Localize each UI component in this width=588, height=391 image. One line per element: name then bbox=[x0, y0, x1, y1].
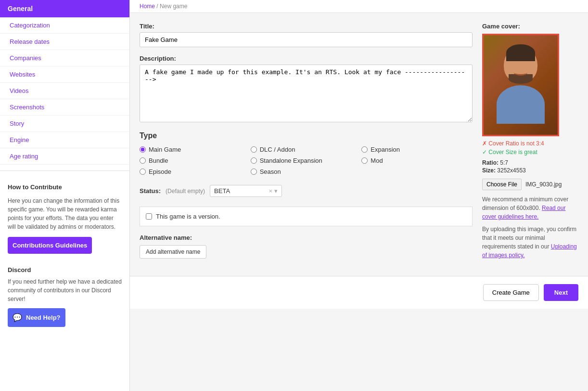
main-content: Home / New game Title: Description: A fa… bbox=[130, 0, 588, 391]
sidebar-header-label: General bbox=[8, 5, 33, 13]
alt-name-label: Alternative name: bbox=[140, 234, 473, 241]
cover-confirm: By uploading this image, you confirm tha… bbox=[482, 225, 578, 260]
face-smile bbox=[514, 70, 527, 76]
status-default-hint: (Default empty) bbox=[166, 188, 205, 195]
discord-help-button[interactable]: 💬 Need Help? bbox=[8, 308, 65, 327]
type-section: Type Main Game DLC / Addon Expansion bbox=[140, 131, 473, 175]
radio-standalone-expansion[interactable]: Standalone Expansion bbox=[251, 157, 362, 164]
contribute-text: Here you can change the information of t… bbox=[0, 194, 129, 237]
person-figure bbox=[492, 42, 550, 129]
bottom-actions: Create Game Next bbox=[130, 276, 588, 309]
sidebar-header: General bbox=[0, 0, 129, 17]
status-value: BETA bbox=[214, 187, 268, 195]
next-button[interactable]: Next bbox=[544, 284, 578, 301]
radio-season[interactable]: Season bbox=[251, 168, 362, 175]
discord-section-title: Discord bbox=[0, 261, 129, 275]
sidebar-item-videos[interactable]: Videos bbox=[0, 83, 129, 99]
cover-success-text: Cover Size is great bbox=[488, 149, 537, 156]
radio-dlc-addon[interactable]: DLC / Addon bbox=[251, 146, 362, 153]
ratio-value: 5:7 bbox=[500, 159, 508, 166]
radio-bundle[interactable]: Bundle bbox=[140, 157, 251, 164]
sidebar: General Categorization Release dates Com… bbox=[0, 0, 130, 391]
type-label: Type bbox=[140, 131, 473, 140]
radio-mod[interactable]: Mod bbox=[361, 157, 473, 164]
create-game-button[interactable]: Create Game bbox=[483, 284, 539, 301]
check-icon: ✓ bbox=[482, 149, 487, 156]
type-radio-grid: Main Game DLC / Addon Expansion Bun bbox=[140, 146, 473, 175]
cover-error-msg: ✗ Cover Ratio is not 3:4 bbox=[482, 140, 578, 147]
content-body: Title: Description: A fake game I made u… bbox=[130, 13, 588, 276]
breadcrumb-current: New game bbox=[160, 3, 187, 10]
version-label[interactable]: This game is a version. bbox=[156, 213, 220, 220]
face-hair bbox=[506, 44, 535, 61]
x-icon: ✗ bbox=[482, 140, 487, 147]
sidebar-item-release-dates[interactable]: Release dates bbox=[0, 34, 129, 50]
cover-error-text: Cover Ratio is not 3:4 bbox=[488, 140, 544, 147]
file-name: IMG_9030.jpg bbox=[525, 181, 562, 188]
status-label: Status: bbox=[140, 187, 161, 195]
choose-file-button[interactable]: Choose File bbox=[482, 179, 522, 190]
face-body bbox=[497, 85, 545, 124]
version-row: This game is a version. bbox=[140, 207, 473, 226]
title-input[interactable] bbox=[140, 32, 473, 47]
discord-text: If you need further help we have a dedic… bbox=[0, 275, 129, 308]
description-textarea[interactable]: A fake game I made up for this example. … bbox=[140, 65, 473, 122]
sidebar-item-engine[interactable]: Engine bbox=[0, 132, 129, 148]
status-clear-icon[interactable]: × bbox=[269, 187, 273, 195]
sidebar-item-screenshots[interactable]: Screenshots bbox=[0, 99, 129, 116]
breadcrumb-home[interactable]: Home bbox=[140, 3, 155, 10]
cover-ratio: Ratio: 5:7 bbox=[482, 159, 578, 166]
choose-file-row: Choose File IMG_9030.jpg bbox=[482, 179, 578, 190]
cover-size: Size: 3252x4553 bbox=[482, 167, 578, 174]
sidebar-item-story[interactable]: Story bbox=[0, 116, 129, 132]
discord-icon: 💬 bbox=[13, 313, 22, 322]
contributions-guidelines-button[interactable]: Contributions Guidelines bbox=[8, 237, 92, 254]
sidebar-item-websites[interactable]: Websites bbox=[0, 66, 129, 83]
ratio-label: Ratio: bbox=[482, 159, 500, 166]
cover-image bbox=[484, 35, 558, 135]
version-checkbox[interactable] bbox=[146, 213, 152, 220]
cover-title: Game cover: bbox=[482, 23, 578, 30]
description-group: Description: A fake game I made up for t… bbox=[140, 55, 473, 124]
sidebar-item-age-rating[interactable]: Age rating bbox=[0, 148, 129, 165]
form-section: Title: Description: A fake game I made u… bbox=[140, 23, 473, 266]
face-head bbox=[504, 47, 537, 83]
breadcrumb: Home / New game bbox=[130, 0, 588, 13]
title-group: Title: bbox=[140, 23, 473, 47]
cover-section: Game cover: bbox=[482, 23, 578, 266]
sidebar-item-categorization[interactable]: Categorization bbox=[0, 17, 129, 34]
chevron-down-icon[interactable]: ▾ bbox=[274, 187, 278, 195]
sidebar-item-companies[interactable]: Companies bbox=[0, 50, 129, 66]
breadcrumb-separator: / bbox=[156, 3, 158, 10]
alt-name-group: Alternative name: Add alternative name bbox=[140, 234, 473, 259]
radio-episode[interactable]: Episode bbox=[140, 168, 251, 175]
sidebar-nav: Categorization Release dates Companies W… bbox=[0, 17, 129, 165]
description-label: Description: bbox=[140, 55, 473, 62]
status-row: Status: (Default empty) BETA × ▾ bbox=[140, 185, 473, 197]
radio-main-game[interactable]: Main Game bbox=[140, 146, 251, 153]
status-select[interactable]: BETA × ▾ bbox=[210, 185, 282, 197]
cover-success-msg: ✓ Cover Size is great bbox=[482, 149, 578, 156]
radio-expansion[interactable]: Expansion bbox=[361, 146, 473, 153]
size-value: 3252x4553 bbox=[497, 167, 525, 174]
size-label: Size: bbox=[482, 167, 497, 174]
face-beard bbox=[509, 74, 533, 84]
cover-recommend: We recommend a minimum cover dimension o… bbox=[482, 195, 578, 221]
add-alt-name-button[interactable]: Add alternative name bbox=[140, 245, 206, 259]
title-label: Title: bbox=[140, 23, 473, 30]
contribute-section-title: How to Contribute bbox=[0, 177, 129, 194]
cover-image-wrapper bbox=[482, 34, 559, 136]
